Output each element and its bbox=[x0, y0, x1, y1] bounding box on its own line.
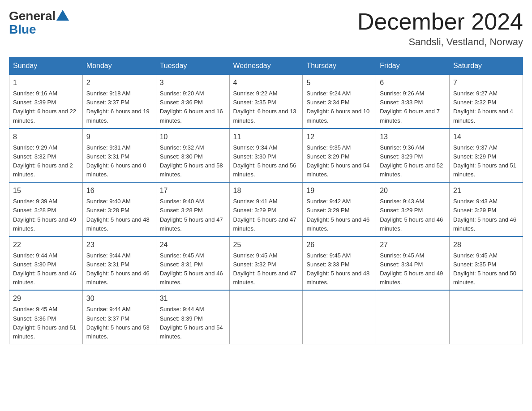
day-info: Sunrise: 9:34 AMSunset: 3:30 PMDaylight:… bbox=[233, 144, 296, 178]
calendar-cell: 11 Sunrise: 9:34 AMSunset: 3:30 PMDaylig… bbox=[229, 128, 303, 183]
day-info: Sunrise: 9:39 AMSunset: 3:28 PMDaylight:… bbox=[13, 198, 76, 231]
day-number: 4 bbox=[233, 77, 299, 88]
logo-blue-text: Blue bbox=[9, 22, 36, 37]
calendar-cell bbox=[450, 290, 523, 344]
calendar-cell: 27 Sunrise: 9:45 AMSunset: 3:34 PMDaylig… bbox=[376, 236, 450, 291]
calendar-cell: 19 Sunrise: 9:42 AMSunset: 3:29 PMDaylig… bbox=[303, 182, 376, 236]
calendar-header-row: Sunday Monday Tuesday Wednesday Thursday… bbox=[9, 57, 523, 75]
day-number: 12 bbox=[306, 132, 372, 142]
day-info: Sunrise: 9:27 AMSunset: 3:32 PMDaylight:… bbox=[453, 90, 513, 124]
calendar-week-2: 8 Sunrise: 9:29 AMSunset: 3:32 PMDayligh… bbox=[9, 128, 523, 183]
calendar-cell: 7 Sunrise: 9:27 AMSunset: 3:32 PMDayligh… bbox=[450, 75, 523, 128]
calendar-cell: 17 Sunrise: 9:40 AMSunset: 3:28 PMDaylig… bbox=[156, 182, 229, 236]
calendar-week-4: 22 Sunrise: 9:44 AMSunset: 3:30 PMDaylig… bbox=[9, 236, 523, 291]
header-tuesday: Tuesday bbox=[156, 57, 229, 75]
day-info: Sunrise: 9:44 AMSunset: 3:37 PMDaylight:… bbox=[86, 306, 150, 339]
day-number: 22 bbox=[13, 240, 79, 250]
title-section: December 2024 Sandsli, Vestland, Norway bbox=[357, 9, 523, 48]
calendar-cell: 22 Sunrise: 9:44 AMSunset: 3:30 PMDaylig… bbox=[9, 236, 83, 291]
calendar-cell: 23 Sunrise: 9:44 AMSunset: 3:31 PMDaylig… bbox=[82, 236, 156, 291]
day-info: Sunrise: 9:22 AMSunset: 3:35 PMDaylight:… bbox=[233, 90, 296, 124]
calendar-cell: 20 Sunrise: 9:43 AMSunset: 3:29 PMDaylig… bbox=[376, 182, 450, 236]
calendar-cell: 1 Sunrise: 9:16 AMSunset: 3:39 PMDayligh… bbox=[9, 75, 83, 128]
day-info: Sunrise: 9:20 AMSunset: 3:36 PMDaylight:… bbox=[160, 90, 223, 124]
day-info: Sunrise: 9:45 AMSunset: 3:31 PMDaylight:… bbox=[160, 252, 223, 286]
day-number: 10 bbox=[160, 132, 226, 142]
day-number: 23 bbox=[86, 240, 152, 250]
day-info: Sunrise: 9:42 AMSunset: 3:29 PMDaylight:… bbox=[306, 198, 369, 231]
day-number: 31 bbox=[160, 293, 226, 304]
day-info: Sunrise: 9:40 AMSunset: 3:28 PMDaylight:… bbox=[160, 198, 223, 231]
calendar-cell: 13 Sunrise: 9:36 AMSunset: 3:29 PMDaylig… bbox=[376, 128, 450, 183]
day-number: 24 bbox=[160, 240, 226, 250]
day-info: Sunrise: 9:43 AMSunset: 3:29 PMDaylight:… bbox=[380, 198, 443, 231]
header-wednesday: Wednesday bbox=[229, 57, 303, 75]
month-title: December 2024 bbox=[357, 9, 523, 34]
calendar-cell bbox=[303, 290, 376, 344]
day-info: Sunrise: 9:37 AMSunset: 3:29 PMDaylight:… bbox=[453, 144, 516, 178]
day-info: Sunrise: 9:24 AMSunset: 3:34 PMDaylight:… bbox=[306, 90, 369, 124]
day-info: Sunrise: 9:45 AMSunset: 3:35 PMDaylight:… bbox=[453, 252, 516, 286]
day-number: 18 bbox=[233, 185, 299, 196]
day-number: 30 bbox=[86, 293, 152, 304]
day-number: 28 bbox=[453, 240, 519, 250]
calendar-cell: 4 Sunrise: 9:22 AMSunset: 3:35 PMDayligh… bbox=[229, 75, 303, 128]
calendar-cell: 2 Sunrise: 9:18 AMSunset: 3:37 PMDayligh… bbox=[82, 75, 156, 128]
calendar-cell: 28 Sunrise: 9:45 AMSunset: 3:35 PMDaylig… bbox=[450, 236, 523, 291]
day-number: 11 bbox=[233, 132, 299, 142]
header-thursday: Thursday bbox=[303, 57, 376, 75]
calendar-cell: 12 Sunrise: 9:35 AMSunset: 3:29 PMDaylig… bbox=[303, 128, 376, 183]
day-info: Sunrise: 9:41 AMSunset: 3:29 PMDaylight:… bbox=[233, 198, 296, 231]
calendar-cell: 3 Sunrise: 9:20 AMSunset: 3:36 PMDayligh… bbox=[156, 75, 229, 128]
calendar-cell: 16 Sunrise: 9:40 AMSunset: 3:28 PMDaylig… bbox=[82, 182, 156, 236]
day-number: 21 bbox=[453, 185, 519, 196]
header-monday: Monday bbox=[82, 57, 156, 75]
location: Sandsli, Vestland, Norway bbox=[357, 36, 523, 48]
day-number: 20 bbox=[380, 185, 446, 196]
logo-general-text: General bbox=[9, 9, 56, 23]
day-number: 3 bbox=[160, 77, 226, 88]
day-number: 1 bbox=[13, 77, 79, 88]
day-info: Sunrise: 9:44 AMSunset: 3:31 PMDaylight:… bbox=[86, 252, 150, 286]
day-number: 16 bbox=[86, 185, 152, 196]
day-info: Sunrise: 9:16 AMSunset: 3:39 PMDaylight:… bbox=[13, 90, 76, 124]
day-info: Sunrise: 9:45 AMSunset: 3:32 PMDaylight:… bbox=[233, 252, 296, 286]
calendar-cell: 9 Sunrise: 9:31 AMSunset: 3:31 PMDayligh… bbox=[82, 128, 156, 183]
logo-triangle-icon bbox=[56, 10, 69, 21]
calendar-cell bbox=[376, 290, 450, 344]
calendar-cell: 14 Sunrise: 9:37 AMSunset: 3:29 PMDaylig… bbox=[450, 128, 523, 183]
calendar-week-1: 1 Sunrise: 9:16 AMSunset: 3:39 PMDayligh… bbox=[9, 75, 523, 128]
day-number: 26 bbox=[306, 240, 372, 250]
calendar-cell: 25 Sunrise: 9:45 AMSunset: 3:32 PMDaylig… bbox=[229, 236, 303, 291]
day-number: 6 bbox=[380, 77, 446, 88]
day-number: 8 bbox=[13, 132, 79, 142]
calendar-cell: 24 Sunrise: 9:45 AMSunset: 3:31 PMDaylig… bbox=[156, 236, 229, 291]
calendar-cell bbox=[229, 290, 303, 344]
day-info: Sunrise: 9:32 AMSunset: 3:30 PMDaylight:… bbox=[160, 144, 223, 178]
day-number: 15 bbox=[13, 185, 79, 196]
calendar-cell: 15 Sunrise: 9:39 AMSunset: 3:28 PMDaylig… bbox=[9, 182, 83, 236]
day-number: 9 bbox=[86, 132, 152, 142]
day-number: 19 bbox=[306, 185, 372, 196]
day-info: Sunrise: 9:45 AMSunset: 3:36 PMDaylight:… bbox=[13, 306, 76, 339]
calendar-cell: 8 Sunrise: 9:29 AMSunset: 3:32 PMDayligh… bbox=[9, 128, 83, 183]
calendar-cell: 18 Sunrise: 9:41 AMSunset: 3:29 PMDaylig… bbox=[229, 182, 303, 236]
calendar-cell: 5 Sunrise: 9:24 AMSunset: 3:34 PMDayligh… bbox=[303, 75, 376, 128]
day-number: 14 bbox=[453, 132, 519, 142]
day-number: 13 bbox=[380, 132, 446, 142]
day-info: Sunrise: 9:31 AMSunset: 3:31 PMDaylight:… bbox=[86, 144, 146, 178]
calendar-table: Sunday Monday Tuesday Wednesday Thursday… bbox=[9, 57, 523, 344]
calendar-cell: 29 Sunrise: 9:45 AMSunset: 3:36 PMDaylig… bbox=[9, 290, 83, 344]
day-number: 7 bbox=[453, 77, 519, 88]
day-info: Sunrise: 9:43 AMSunset: 3:29 PMDaylight:… bbox=[453, 198, 516, 231]
header-saturday: Saturday bbox=[450, 57, 523, 75]
logo: General Blue bbox=[9, 9, 70, 37]
day-number: 27 bbox=[380, 240, 446, 250]
calendar-cell: 30 Sunrise: 9:44 AMSunset: 3:37 PMDaylig… bbox=[82, 290, 156, 344]
calendar-week-5: 29 Sunrise: 9:45 AMSunset: 3:36 PMDaylig… bbox=[9, 290, 523, 344]
day-info: Sunrise: 9:44 AMSunset: 3:30 PMDaylight:… bbox=[13, 252, 76, 286]
day-info: Sunrise: 9:35 AMSunset: 3:29 PMDaylight:… bbox=[306, 144, 369, 178]
calendar-cell: 31 Sunrise: 9:44 AMSunset: 3:39 PMDaylig… bbox=[156, 290, 229, 344]
header-sunday: Sunday bbox=[9, 57, 83, 75]
day-number: 17 bbox=[160, 185, 226, 196]
